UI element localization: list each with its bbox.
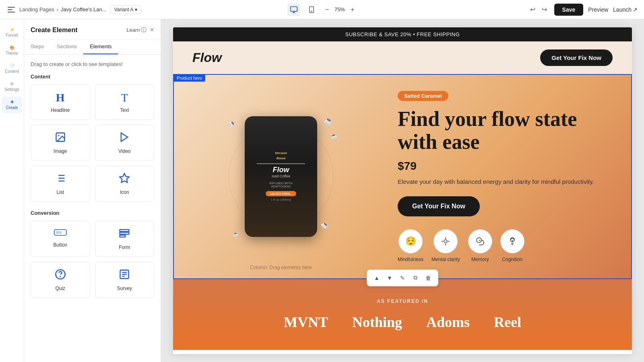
create-element-panel: Create Element Learn ⓘ × Steps Sections …: [24, 19, 161, 362]
icon-label: Icon: [120, 189, 129, 195]
element-button[interactable]: Button: [31, 221, 90, 257]
can-visual: Shroom Blend Flow Iced Coffee INFUSED WI…: [245, 116, 317, 237]
tab-sections[interactable]: Sections: [50, 39, 83, 54]
top-bar-right: ↩ ↪ Save Preview Launch ↗: [361, 4, 638, 16]
image-label: Image: [54, 148, 67, 154]
breadcrumb-separator: ›: [57, 6, 58, 12]
list-label: List: [56, 189, 64, 195]
featured-brand-adoms: Adoms: [426, 314, 470, 331]
theme-icon: 🎨: [10, 45, 14, 50]
desktop-icon: [290, 6, 298, 14]
chevron-down-icon: ▾: [135, 7, 137, 12]
close-panel-btn[interactable]: ×: [150, 26, 154, 34]
breadcrumb-root[interactable]: Landing Pages: [19, 6, 54, 12]
desktop-device-btn[interactable]: [287, 3, 300, 16]
logo-icon: [6, 5, 16, 14]
left-sidebar: ⚡ Funnel 🎨 Theme 📄 Content ⚙ Settings ✚ …: [0, 19, 24, 362]
button-label: Button: [53, 242, 67, 248]
page-header: Flow Get Your Fix Now: [173, 41, 632, 74]
element-text[interactable]: T Text: [95, 84, 155, 120]
element-image[interactable]: Image: [31, 125, 90, 161]
sidebar-item-funnel[interactable]: ⚡ Funnel: [2, 24, 23, 41]
preview-button[interactable]: Preview: [588, 6, 608, 13]
duplicate-btn[interactable]: ⧉: [410, 272, 421, 284]
svg-marker-12: [120, 173, 129, 182]
featured-section: AS FEATURED IN MVNT Nothing Adoms Reel: [173, 279, 632, 350]
top-bar: Landing Pages › Javy Coffee's Lan... Var…: [0, 0, 644, 19]
breadcrumb-current: Javy Coffee's Lan...: [61, 6, 107, 12]
image-icon: [55, 132, 66, 145]
zoom-out-btn[interactable]: −: [323, 5, 331, 14]
tab-steps[interactable]: Steps: [24, 39, 50, 54]
variant-selector[interactable]: Variant A ▾: [110, 5, 142, 14]
product-right-column: Salted Caramel Find your flow state with…: [388, 75, 631, 278]
svg-rect-17: [120, 235, 126, 237]
form-label: Form: [119, 245, 130, 250]
panel-header: Create Element Learn ⓘ ×: [24, 19, 161, 39]
sidebar-label-theme: Theme: [6, 51, 18, 56]
memory-label: Memory: [471, 257, 489, 262]
button-icon: [54, 228, 67, 239]
product-hero-label: Product hero: [173, 74, 205, 82]
launch-button[interactable]: Launch ↗: [613, 6, 638, 13]
svg-rect-14: [56, 231, 62, 234]
element-list[interactable]: List: [31, 166, 90, 202]
svg-marker-5: [121, 133, 128, 142]
sidebar-item-create[interactable]: ✚ Create: [2, 97, 23, 113]
svg-point-4: [58, 135, 60, 136]
drag-hint: Drag to create or click to see templates…: [31, 61, 154, 67]
sidebar-item-theme[interactable]: 🎨 Theme: [2, 42, 23, 59]
list-icon: [55, 173, 66, 186]
memory-icon: [468, 229, 492, 253]
tab-elements[interactable]: Elements: [83, 39, 118, 54]
benefit-memory: Memory: [468, 229, 492, 262]
hero-description: Elevate your day with balanced energy an…: [398, 177, 612, 187]
element-icon[interactable]: Icon: [95, 166, 155, 202]
cognition-label: Cognition: [502, 257, 522, 262]
zoom-in-btn[interactable]: +: [348, 5, 357, 14]
headline-label: Headline: [51, 107, 70, 113]
product-badge: Salted Caramel: [398, 91, 448, 101]
product-hero: Shroom Blend Flow Iced Coffee INFUSED WI…: [174, 75, 631, 278]
panel-title: Create Element: [31, 27, 78, 34]
element-quiz[interactable]: Quiz: [31, 262, 90, 298]
mobile-device-btn[interactable]: [305, 3, 318, 16]
sidebar-label-content: Content: [5, 69, 19, 74]
move-up-btn[interactable]: ▲: [371, 272, 382, 284]
save-button[interactable]: Save: [554, 4, 584, 16]
mental-clarity-icon: [433, 229, 458, 253]
element-video[interactable]: Video: [95, 125, 155, 161]
quiz-label: Quiz: [55, 286, 65, 291]
redo-btn[interactable]: ↪: [539, 4, 549, 15]
arrow-icon: ↗: [633, 6, 638, 13]
hero-headline: Find your flow state with ease: [398, 107, 612, 153]
panel-header-right: Learn ⓘ ×: [126, 26, 154, 34]
mindfulness-label: Mindfulness: [398, 257, 423, 262]
svg-point-24: [444, 240, 447, 243]
sidebar-item-content[interactable]: 📄 Content: [2, 60, 23, 77]
undo-btn[interactable]: ↩: [528, 4, 538, 15]
edit-btn[interactable]: ✎: [397, 272, 408, 284]
announcement-bar: SUBSCRIBE & SAVE 20% • FREE SHIPPING: [173, 27, 632, 41]
benefit-cognition: Cognition: [500, 229, 524, 262]
svg-point-2: [311, 11, 312, 12]
learn-link[interactable]: Learn ⓘ: [126, 27, 147, 34]
element-form[interactable]: Form: [95, 221, 155, 257]
featured-brand-nothing: Nothing: [352, 314, 402, 331]
canvas-area: SUBSCRIBE & SAVE 20% • FREE SHIPPING Flo…: [161, 19, 644, 362]
headline-icon: H: [56, 91, 65, 104]
header-cta-btn[interactable]: Get Your Fix Now: [540, 49, 613, 66]
move-down-btn[interactable]: ▼: [384, 272, 395, 284]
element-survey[interactable]: Survey: [95, 262, 155, 298]
delete-btn[interactable]: 🗑: [423, 272, 434, 284]
survey-label: Survey: [117, 286, 132, 291]
content-elements-grid: H Headline T Text Image: [31, 84, 154, 202]
mobile-icon: [308, 6, 315, 13]
element-headline[interactable]: H Headline: [31, 84, 90, 120]
featured-label: AS FEATURED IN: [192, 298, 613, 304]
sidebar-item-settings[interactable]: ⚙ Settings: [2, 78, 23, 95]
product-left-column: Shroom Blend Flow Iced Coffee INFUSED WI…: [174, 75, 388, 278]
hero-cta-button[interactable]: Get Your Fix Now: [398, 196, 480, 216]
conversion-section-label: Conversion: [31, 210, 154, 216]
benefit-mental-clarity: Mental clarity: [431, 229, 460, 262]
